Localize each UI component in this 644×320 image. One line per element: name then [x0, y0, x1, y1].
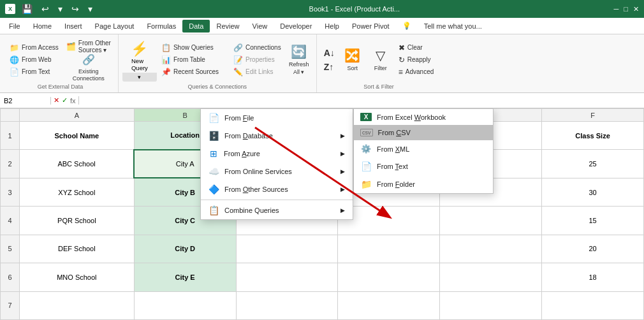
from-table-button[interactable]: 📊 From Table	[158, 54, 222, 66]
from-folder-item[interactable]: 📁 From Folder	[354, 175, 493, 193]
edit-links-icon: ✏️	[233, 68, 243, 76]
new-query-dropdown[interactable]: ▾	[122, 73, 157, 82]
cell-a4[interactable]: PQR School	[20, 207, 135, 235]
advanced-button[interactable]: ≡ Advanced	[395, 66, 437, 78]
cell-d5[interactable]	[338, 235, 440, 263]
cell-a3[interactable]: XYZ School	[20, 178, 135, 206]
menu-view[interactable]: View	[246, 20, 274, 33]
undo-dropdown[interactable]: ▾	[55, 3, 65, 15]
new-query-button[interactable]: ⚡ NewQuery ▾	[122, 38, 157, 82]
advanced-label: Advanced	[406, 68, 434, 75]
from-other-sources-menu-item[interactable]: 🔷 From Other Sources ▶	[201, 180, 353, 198]
save-button[interactable]: 💾	[19, 3, 35, 15]
from-web-button[interactable]: 🌐 From Web	[6, 54, 62, 66]
from-online-services-menu-item[interactable]: ☁️ From Online Services ▶	[201, 163, 353, 180]
menu-tell-me[interactable]: Tell me what you...	[418, 20, 488, 33]
col-header-a[interactable]: A	[20, 109, 135, 122]
menu-file[interactable]: File	[3, 20, 27, 33]
redo-dropdown[interactable]: ▾	[85, 3, 95, 15]
close-button[interactable]: ✕	[633, 5, 639, 13]
sort-za-button[interactable]: Z↑	[321, 61, 338, 73]
from-csv-item[interactable]: csv From CSV	[354, 125, 493, 140]
from-database-menu-item[interactable]: 🗄️ From Database ▶	[201, 127, 353, 145]
cell-a7[interactable]	[20, 291, 135, 319]
from-text-item[interactable]: 📄 From Text	[354, 157, 493, 175]
recent-sources-button[interactable]: 📌 Recent Sources	[158, 66, 222, 78]
filter-button[interactable]: ▽ Filter	[367, 41, 394, 79]
menu-insert[interactable]: Insert	[58, 20, 89, 33]
cell-c7[interactable]	[236, 291, 338, 319]
row-number-5: 5	[1, 235, 20, 263]
clear-label: Clear	[407, 44, 423, 51]
from-excel-workbook-item[interactable]: X From Excel Workbook	[354, 109, 493, 125]
maximize-button[interactable]: □	[624, 5, 628, 13]
undo-button[interactable]: ↩	[39, 3, 52, 15]
menu-home[interactable]: Home	[27, 20, 58, 33]
cell-f5[interactable]: 20	[542, 235, 644, 263]
cell-d7[interactable]	[338, 291, 440, 319]
queries-group-label: Queries & Connections	[188, 82, 247, 90]
cell-a5[interactable]: DEF School	[20, 235, 135, 263]
cell-e6[interactable]	[440, 263, 542, 291]
menu-formulas[interactable]: Formulas	[140, 20, 182, 33]
cell-c5[interactable]	[236, 235, 338, 263]
row-number-2: 2	[1, 150, 20, 178]
show-queries-button[interactable]: 📋 Show Queries	[158, 42, 222, 54]
cancel-icon[interactable]: ✕	[54, 96, 59, 105]
cell-f3[interactable]: 30	[542, 178, 644, 206]
function-icon[interactable]: fx	[70, 97, 76, 105]
reapply-button[interactable]: ↻ Reapply	[395, 54, 437, 66]
connections-button[interactable]: 🔗 Connections	[230, 42, 284, 54]
cell-a2[interactable]: ABC School	[20, 150, 135, 178]
cell-e4[interactable]	[440, 207, 542, 235]
menu-review[interactable]: Review	[210, 20, 245, 33]
refresh-label: RefreshAll ▾	[289, 61, 309, 76]
cell-f7[interactable]	[542, 291, 644, 319]
cell-b6[interactable]: City E	[134, 263, 236, 291]
properties-button[interactable]: 📝 Properties	[230, 54, 284, 66]
menu-help[interactable]: Help	[318, 20, 346, 33]
menu-data[interactable]: Data	[182, 20, 210, 33]
existing-connections-button[interactable]: 🔗 ExistingConnections	[63, 55, 114, 81]
from-other-sources-button[interactable]: 🗂️ From OtherSources ▾	[63, 38, 114, 55]
cell-reference[interactable]: B2	[0, 97, 51, 105]
cell-f1[interactable]: Class Size	[542, 122, 644, 150]
edit-links-button[interactable]: ✏️ Edit Links	[230, 66, 284, 78]
sort-button[interactable]: 🔀 Sort	[339, 41, 366, 79]
cell-a1[interactable]: School Name	[20, 122, 135, 150]
confirm-icon[interactable]: ✓	[62, 96, 68, 105]
minimize-button[interactable]: ─	[614, 5, 619, 13]
menu-search-icon[interactable]: 💡	[396, 19, 418, 33]
connections-col: 🔗 Connections 📝 Properties ✏️ Edit Links	[230, 42, 284, 78]
refresh-all-button[interactable]: 🔄 RefreshAll ▾	[286, 41, 312, 79]
from-other-sources-arrow: ▶	[340, 186, 345, 193]
cell-d6[interactable]	[338, 263, 440, 291]
new-query-top: ⚡ NewQuery	[122, 38, 157, 73]
menu-developer[interactable]: Developer	[274, 20, 318, 33]
clear-button[interactable]: ✖ Clear	[395, 42, 437, 54]
sort-az-button[interactable]: A↓	[321, 47, 338, 59]
existing-connections-label: ExistingConnections	[73, 68, 105, 83]
cell-f4[interactable]: 15	[542, 207, 644, 235]
cell-b7[interactable]	[134, 291, 236, 319]
from-azure-menu-item[interactable]: ⊞ From Azure ▶	[201, 145, 353, 163]
cell-a6[interactable]: MNO School	[20, 263, 135, 291]
from-access-button[interactable]: 📁 From Access	[6, 42, 62, 54]
col-header-f[interactable]: F	[542, 109, 644, 122]
reapply-icon: ↻	[399, 55, 405, 64]
cell-e7[interactable]	[440, 291, 542, 319]
from-file-menu-item[interactable]: 📄 From File	[201, 109, 353, 127]
menu-page-layout[interactable]: Page Layout	[89, 20, 141, 33]
cell-b5[interactable]: City D	[134, 235, 236, 263]
from-web-label: From Web	[22, 56, 52, 63]
cell-c6[interactable]	[236, 263, 338, 291]
combine-queries-menu-item[interactable]: 📋 Combine Queries ▶	[201, 201, 353, 219]
cell-e5[interactable]	[440, 235, 542, 263]
cell-f2[interactable]: 25	[542, 150, 644, 178]
menu-power-pivot[interactable]: Power Pivot	[346, 20, 396, 33]
from-xml-item[interactable]: ⚙️ From XML	[354, 140, 493, 157]
redo-button[interactable]: ↪	[69, 3, 82, 15]
cell-f6[interactable]: 18	[542, 263, 644, 291]
ribbon-group-sort-filter: A↓ Z↑ 🔀 Sort ▽ Filter ✖ Clear ↻	[317, 34, 441, 92]
from-text-ribbon-button[interactable]: 📄 From Text	[6, 66, 62, 78]
